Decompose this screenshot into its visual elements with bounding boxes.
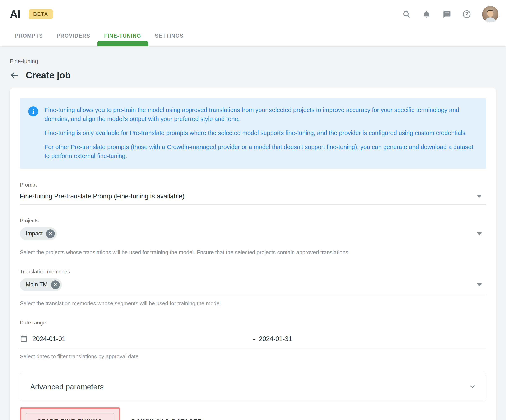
date-end-input[interactable]: - 2024-01-31 [253, 335, 292, 343]
help-icon[interactable] [462, 10, 471, 19]
title-row: Create job [10, 70, 496, 80]
tm-chip-label: Main TM [26, 281, 48, 288]
project-chip-remove-icon[interactable]: ✕ [46, 229, 55, 238]
info-paragraph-3: For other Pre-translate prompts (those w… [45, 143, 477, 160]
tab-providers[interactable]: PROVIDERS [50, 31, 97, 41]
info-paragraph-1: Fine-tuning allows you to pre-train the … [45, 106, 477, 124]
advanced-parameters-label: Advanced parameters [30, 383, 104, 391]
app-header: AI BETA [0, 0, 506, 47]
date-range-field: Date range 2024-01-01 - 2024-01-31 Selec… [20, 320, 486, 360]
caret-down-icon [477, 283, 482, 286]
start-fine-tuning-button[interactable]: START FINE-TUNING [26, 413, 114, 420]
calendar-icon [20, 334, 28, 343]
back-arrow-icon[interactable] [10, 71, 19, 80]
date-start-value: 2024-01-01 [32, 335, 66, 343]
info-box-text: Fine-tuning allows you to pre-train the … [45, 106, 477, 160]
projects-field: Projects Impact ✕ Select the projects wh… [20, 218, 486, 256]
info-icon: i [28, 107, 38, 116]
notifications-bell-icon[interactable] [422, 10, 431, 19]
page-title: Create job [26, 70, 71, 80]
prompt-value: Fine-tuning Pre-translate Promp (Fine-tu… [20, 193, 184, 200]
tab-fine-tuning[interactable]: FINE-TUNING [97, 31, 148, 41]
info-paragraph-2: Fine-tuning is only available for Pre-tr… [45, 129, 477, 138]
translation-memories-label: Translation memories [20, 269, 486, 275]
date-range-label: Date range [20, 320, 486, 326]
tm-chip-remove-icon[interactable]: ✕ [51, 280, 60, 289]
caret-down-icon [477, 232, 482, 235]
beta-badge: BETA [29, 9, 53, 19]
advanced-parameters-accordion[interactable]: Advanced parameters [20, 373, 486, 401]
projects-label: Projects [20, 218, 486, 224]
date-start-input[interactable]: 2024-01-01 [20, 334, 253, 343]
action-highlight-box: START FINE-TUNING [20, 407, 120, 420]
page-head: Fine-tuning Create job [0, 47, 506, 80]
date-separator: - [253, 335, 255, 343]
date-range-helper-text: Select dates to filter translations by a… [20, 353, 486, 360]
prompt-label: Prompt [20, 182, 486, 188]
projects-select[interactable]: Impact ✕ [20, 224, 486, 244]
projects-helper-text: Select the projects whose translations w… [20, 249, 486, 256]
tab-settings[interactable]: SETTINGS [148, 31, 191, 41]
project-chip-label: Impact [26, 230, 43, 237]
caret-down-icon [477, 195, 482, 198]
messages-chat-icon[interactable] [442, 10, 451, 19]
tm-chip: Main TM ✕ [20, 279, 62, 291]
prompt-select[interactable]: Fine-tuning Pre-translate Promp (Fine-tu… [20, 188, 486, 205]
actions-row: START FINE-TUNING DOWNLOAD DATASET [20, 407, 486, 420]
translation-memories-select[interactable]: Main TM ✕ [20, 275, 486, 295]
chevron-down-icon [469, 383, 476, 391]
app-logo: AI [10, 9, 20, 20]
header-top-row: AI BETA [0, 0, 506, 23]
header-actions [402, 6, 499, 22]
date-end-value: 2024-01-31 [259, 335, 292, 343]
prompt-field: Prompt Fine-tuning Pre-translate Promp (… [20, 182, 486, 205]
project-chip: Impact ✕ [20, 227, 57, 240]
date-range-row: 2024-01-01 - 2024-01-31 [20, 329, 486, 348]
info-box: i Fine-tuning allows you to pre-train th… [20, 98, 486, 169]
tab-prompts[interactable]: PROMPTS [8, 31, 50, 41]
search-icon[interactable] [402, 10, 411, 19]
download-dataset-button[interactable]: DOWNLOAD DATASET [132, 418, 202, 420]
breadcrumb: Fine-tuning [10, 58, 496, 65]
main-tabs: PROMPTS PROVIDERS FINE-TUNING SETTINGS [0, 31, 506, 41]
user-avatar[interactable] [482, 6, 499, 22]
create-job-card: i Fine-tuning allows you to pre-train th… [10, 88, 496, 420]
translation-memories-helper-text: Select the translation memories whose se… [20, 300, 486, 307]
translation-memories-field: Translation memories Main TM ✕ Select th… [20, 269, 486, 307]
